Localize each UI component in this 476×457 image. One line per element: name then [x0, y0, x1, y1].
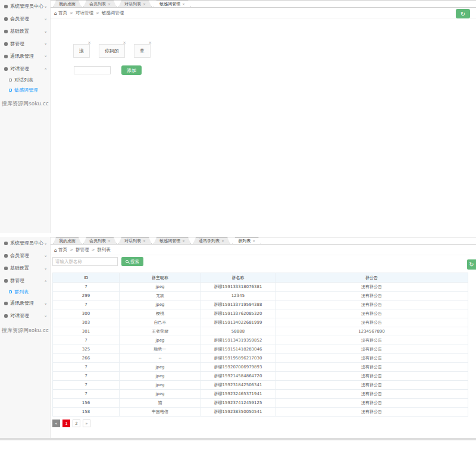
sidebar-footer-text: 搜库资源网soku.cc — [0, 322, 50, 334]
cell-owner-nickname: jpeg — [120, 372, 201, 381]
tab-close-icon[interactable]: × — [108, 239, 111, 243]
sidebar-item[interactable]: 群管理 ∨ — [0, 37, 50, 50]
tab[interactable]: 敏感词管理 × — [154, 1, 191, 7]
tab-close-icon[interactable]: × — [108, 2, 111, 6]
tab[interactable]: 我的桌面 — [53, 1, 82, 7]
chevron-icon: ∨ — [45, 5, 47, 8]
cell-id: 7 — [53, 381, 120, 390]
group-name-input[interactable] — [52, 257, 118, 266]
table-row: 7 jpeg 群聊159133318076381 没有群公告 — [53, 283, 468, 292]
table-header-cell: 群名称 — [201, 273, 275, 283]
tab[interactable]: 敏感词管理 × — [154, 237, 191, 244]
remove-word-icon[interactable]: × — [87, 40, 91, 45]
tab[interactable]: 群列表 × — [232, 237, 261, 244]
tab-close-icon[interactable]: × — [143, 2, 146, 6]
chevron-icon: ∧ — [45, 67, 47, 71]
home-icon: ⌂ — [54, 11, 57, 16]
cell-group-notice: 没有群公告 — [275, 301, 468, 309]
admin-icon — [4, 242, 8, 245]
sidebar-item[interactable]: 基础设置 ∨ — [0, 262, 50, 274]
add-word-form: 添加 — [74, 65, 142, 75]
tab[interactable]: 我的桌面 — [53, 237, 82, 244]
cell-group-notice: 没有群公告 — [275, 399, 468, 408]
page-button[interactable]: « — [52, 420, 60, 427]
chevron-icon: ∨ — [45, 42, 47, 46]
cell-group-notice: 没有群公告 — [275, 283, 468, 292]
sidebar-item[interactable]: 通讯录管理 ∨ — [0, 50, 50, 62]
contacts-icon — [4, 55, 8, 58]
screen-group-list: 系统管理员中心 ∨ 会员管理 ∨ 基础设置 ∨ 群管理 — [0, 237, 476, 440]
cell-id: 158 — [53, 408, 120, 417]
cell-group-name: 群聊159237412459125 — [201, 399, 275, 408]
table-row: 7 jpeg 群聊159133719594388 没有群公告 — [53, 301, 468, 309]
table-row: 266 -- 群聊159195896217030 没有群公告 — [53, 354, 468, 363]
cell-group-name: 群聊159232465371941 — [201, 390, 275, 399]
window-bottom-edge — [0, 438, 476, 440]
tab-close-icon[interactable]: × — [252, 239, 255, 243]
sidebar-item[interactable]: 会员管理 ∨ — [0, 249, 50, 262]
table-row: 7 jpeg 群聊159134319359852 没有群公告 — [53, 336, 468, 345]
sidebar-item[interactable]: 系统管理员中心 ∨ — [0, 0, 50, 12]
breadcrumb-item[interactable]: 敏感词管理 — [93, 10, 124, 16]
tab[interactable]: 对话列表 × — [118, 1, 152, 7]
sidebar: 系统管理员中心 ∨ 会员管理 ∨ 基础设置 ∨ 群管理 — [0, 0, 51, 233]
refresh-button[interactable]: ↻ — [467, 259, 476, 270]
tab[interactable]: 对话列表 × — [118, 237, 152, 244]
cell-group-notice: 1234567890 — [275, 327, 468, 336]
new-word-input[interactable] — [74, 66, 111, 74]
breadcrumb-item[interactable]: 群列表 — [89, 247, 110, 253]
sidebar-item[interactable]: 通讯录管理 ∨ — [0, 297, 50, 309]
list-icon — [9, 79, 12, 82]
remove-word-icon[interactable]: × — [148, 40, 152, 45]
chevron-icon: ∨ — [45, 302, 47, 305]
home-icon: ⌂ — [54, 248, 57, 253]
sidebar-item[interactable]: 对话列表 — [0, 75, 50, 85]
tab-close-icon[interactable]: × — [182, 239, 185, 243]
add-word-button[interactable]: 添加 — [121, 65, 142, 75]
cell-owner-nickname: -- — [120, 354, 201, 363]
group-search-form: 搜索 — [52, 257, 143, 266]
sidebar-item[interactable]: 群管理 ∧ — [0, 274, 50, 287]
sidebar-item[interactable]: 会员管理 ∨ — [0, 12, 50, 25]
page-button[interactable]: » — [83, 420, 90, 427]
sidebar-item[interactable]: 群列表 — [0, 287, 50, 297]
refresh-button[interactable]: ↻ — [456, 9, 470, 18]
page-button[interactable]: 2 — [73, 420, 80, 427]
page-button[interactable]: 1 — [62, 420, 70, 427]
table-row: 299 无敌 12345 没有群公告 — [53, 292, 468, 301]
sensitive-word-tag: 滚 × — [73, 44, 90, 58]
tab-close-icon[interactable]: × — [182, 2, 185, 6]
breadcrumb-item[interactable]: 对话管理 — [67, 10, 93, 16]
sidebar-item[interactable]: 敏感词管理 — [0, 85, 50, 95]
tab[interactable]: 会员列表 × — [83, 237, 117, 244]
sidebar-item[interactable]: 系统管理员中心 ∨ — [0, 237, 50, 249]
breadcrumb-item[interactable]: ⌂ 首页 — [54, 247, 67, 253]
list-icon — [9, 89, 12, 92]
refresh-icon: ↻ — [461, 11, 465, 17]
cell-group-name: 群聊159133719594388 — [201, 301, 275, 309]
cell-id: 301 — [53, 327, 120, 336]
member-icon — [4, 254, 8, 258]
sidebar-item[interactable]: 对话管理 ∨ — [0, 309, 50, 322]
breadcrumb-item[interactable]: 群管理 — [67, 247, 89, 253]
search-button[interactable]: 搜索 — [121, 257, 143, 266]
tab-close-icon[interactable]: × — [143, 239, 146, 243]
tab[interactable]: 通讯录列表 × — [193, 237, 230, 244]
cell-id: 156 — [53, 399, 120, 408]
tab[interactable]: 会员列表 × — [83, 1, 117, 7]
cell-group-name: 群聊159214584864720 — [201, 372, 275, 381]
tab-close-icon[interactable]: × — [221, 239, 224, 243]
table-row: 303 自己不 群聊159134022681999 没有群公告 — [53, 318, 468, 327]
cell-owner-nickname: jpeg — [120, 390, 201, 399]
sidebar-item[interactable]: 对话管理 ∧ — [0, 62, 50, 75]
chat-icon — [4, 67, 8, 71]
table-row: 7 jpeg 群聊159231842506341 没有群公告 — [53, 381, 468, 390]
cell-id: 303 — [53, 318, 120, 327]
contacts-icon — [4, 302, 8, 305]
cell-group-name: 58888 — [201, 327, 275, 336]
cell-id: 7 — [53, 372, 120, 381]
remove-word-icon[interactable]: × — [123, 40, 126, 45]
sidebar-item[interactable]: 基础设置 ∨ — [0, 25, 50, 37]
breadcrumb-item[interactable]: ⌂ 首页 — [54, 10, 67, 16]
cell-group-notice: 没有群公告 — [275, 354, 468, 363]
